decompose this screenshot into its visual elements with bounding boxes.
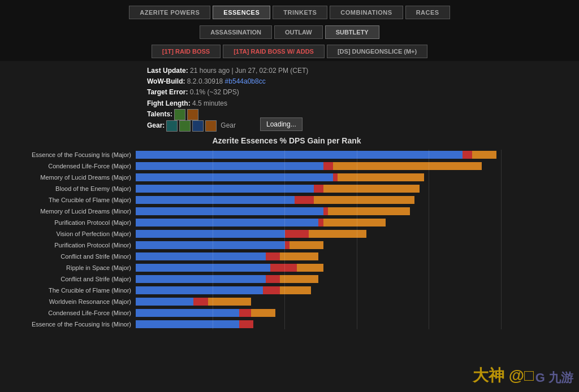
bar-label: Vision of Perfection (Major) [6, 230, 136, 237]
chart-row: Vision of Perfection (Major) [6, 229, 568, 239]
gear-label: Gear: [147, 120, 165, 131]
gear-icon-3[interactable] [192, 120, 204, 132]
bar-area [136, 241, 568, 249]
loading-tooltip: Loading... [260, 117, 303, 131]
bar-area [136, 298, 568, 306]
chart-row: Purification Protocol (Major) [6, 217, 568, 228]
tab-dungeonslice[interactable]: [DS] DUNGEONSLICE (M+) [327, 45, 427, 58]
tab-raid-boss[interactable]: [1T] RAID BOSS [152, 45, 221, 58]
gear-icon-4[interactable] [205, 120, 217, 132]
segment-red [463, 151, 472, 159]
segment-blue [136, 252, 266, 260]
chart-container: Essence of the Focusing Iris (Major)Cond… [6, 150, 568, 329]
bar-label: Blood of the Enemy (Major) [6, 185, 136, 192]
chart-row: Worldvein Resonance (Major) [6, 297, 568, 307]
fight-length-value: 4.5 minutes [192, 99, 227, 107]
chart-row: The Crucible of Flame (Major) [6, 195, 568, 205]
segment-orange [251, 309, 275, 317]
target-error-value: 0.1% (~32 DPS) [190, 88, 239, 96]
segment-orange [323, 185, 420, 193]
tab-essences[interactable]: ESSENCES [213, 6, 270, 19]
segment-blue [136, 241, 285, 249]
build-value: 8.2.0.30918 [187, 77, 225, 85]
bar-area [136, 230, 568, 238]
bar-segments [136, 286, 311, 294]
tab-azerite-powers[interactable]: AZERITE POWERS [129, 6, 210, 19]
gear-text: Gear [221, 120, 236, 131]
talent-icon-2[interactable] [187, 109, 198, 120]
segment-blue [136, 309, 239, 317]
segment-red [323, 207, 329, 215]
segment-blue [136, 151, 463, 159]
talent-icon-1[interactable] [174, 109, 185, 120]
tab-trinkets[interactable]: TRINKETS [273, 6, 327, 19]
bar-area [136, 275, 568, 283]
talents-label: Talents: [147, 109, 172, 120]
tab-races[interactable]: RACES [405, 6, 450, 19]
segment-red [295, 196, 314, 204]
segment-blue [136, 286, 263, 294]
bar-label: Memory of Lucid Dreams (Major) [6, 174, 136, 181]
fight-length-label: Fight Length: [147, 99, 191, 107]
bar-segments [136, 275, 318, 283]
tab-assassination[interactable]: ASSASSINATION [200, 25, 272, 39]
chart-row: Memory of Lucid Dreams (Minor) [6, 206, 568, 216]
gear-icon-1[interactable] [166, 120, 178, 132]
segment-red [285, 230, 309, 238]
tab-raid-boss-adds[interactable]: [1TA] RAID BOSS W/ ADDS [223, 45, 325, 58]
segment-red [193, 298, 208, 306]
build-link[interactable]: #b544a0b8cc [225, 77, 266, 85]
segment-red [263, 286, 280, 294]
segment-blue [136, 275, 266, 283]
gear-icon-2[interactable] [179, 120, 191, 132]
chart-row: Condensed Life-Force (Minor) [6, 308, 568, 318]
chart-section: Azerite Essences % DPS Gain per Rank Ess… [0, 136, 579, 329]
bar-area [136, 185, 568, 193]
segment-blue [136, 320, 239, 328]
bar-segments [136, 264, 323, 272]
bar-segments [136, 219, 386, 227]
chart-row: Essence of the Focusing Iris (Minor) [6, 319, 568, 329]
bar-area [136, 309, 568, 317]
chart-row: The Crucible of Flame (Minor) [6, 285, 568, 295]
tab-outlaw[interactable]: OUTLAW [274, 25, 323, 39]
segment-blue [136, 264, 270, 272]
chart-row: Purification Protocol (Minor) [6, 240, 568, 250]
chart-row: Conflict and Strife (Major) [6, 274, 568, 284]
bar-label: Condensed Life-Force (Minor) [6, 310, 136, 316]
segment-blue [136, 230, 285, 238]
segment-red [318, 219, 323, 227]
bar-label: Ripple in Space (Major) [6, 264, 136, 271]
tab-subtlety[interactable]: SUBTLETY [325, 25, 379, 39]
segment-orange [338, 173, 424, 181]
bar-area [136, 252, 568, 260]
segment-blue [136, 207, 323, 215]
segment-orange [323, 219, 386, 227]
raid-navigation: [1T] RAID BOSS [1TA] RAID BOSS W/ ADDS [… [0, 42, 579, 61]
segment-orange [280, 252, 318, 260]
chart-row: Memory of Lucid Dreams (Major) [6, 172, 568, 182]
chart-row: Blood of the Enemy (Major) [6, 184, 568, 194]
segment-blue [136, 298, 193, 306]
chart-row: Condensed Life-Force (Major) [6, 161, 568, 171]
chart-title: Azerite Essences % DPS Gain per Rank [6, 136, 568, 145]
bar-label: The Crucible of Flame (Major) [6, 197, 136, 203]
bar-segments [136, 173, 424, 181]
watermark-logo: G 九游 [535, 369, 573, 386]
bar-segments [136, 207, 410, 215]
bar-segments [136, 320, 253, 328]
bar-segments [136, 252, 318, 260]
bar-label: Condensed Life-Force (Major) [6, 163, 136, 169]
gear-row: Gear: Gear [147, 120, 579, 132]
segment-red [239, 320, 254, 328]
tab-combinations[interactable]: COMBINATIONS [330, 6, 403, 19]
bar-area [136, 207, 568, 215]
segment-orange [290, 241, 323, 249]
watermark-chinese: 大神 @□ [473, 365, 534, 386]
bar-area [136, 151, 568, 159]
bar-segments [136, 151, 496, 159]
segment-red [266, 252, 280, 260]
segment-red [266, 275, 280, 283]
segment-blue [136, 185, 314, 193]
bar-label: Essence of the Focusing Iris (Major) [6, 151, 136, 158]
